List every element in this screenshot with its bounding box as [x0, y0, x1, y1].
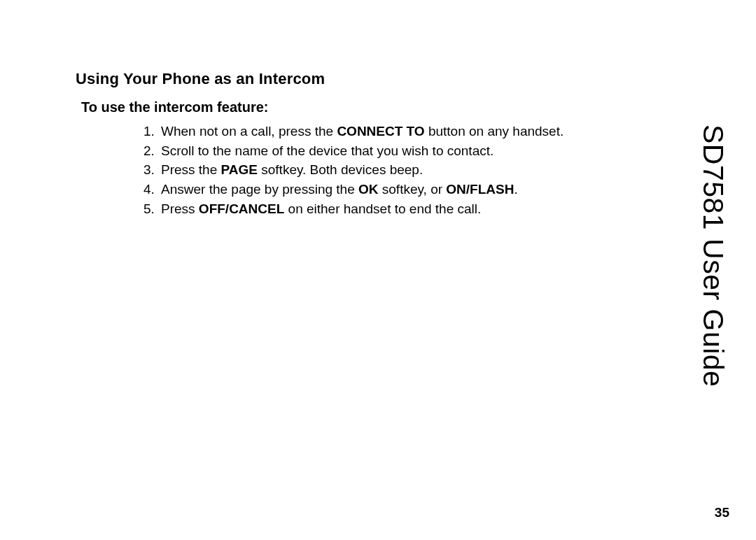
- step-text: button on any handset.: [425, 124, 564, 138]
- document-title-vertical: SD7581 User Guide: [696, 125, 729, 387]
- step-text: softkey, or: [379, 182, 447, 197]
- list-item: Answer the page by pressing the OK softk…: [158, 180, 622, 200]
- page: Using Your Phone as an Intercom To use t…: [0, 0, 756, 540]
- step-bold: PAGE: [221, 162, 258, 177]
- step-text: Press the: [161, 162, 221, 177]
- list-item: Press OFF/CANCEL on either handset to en…: [158, 200, 622, 220]
- list-item: When not on a call, press the CONNECT TO…: [158, 122, 622, 142]
- step-bold: OK: [358, 182, 379, 197]
- step-text: softkey. Both devices beep.: [258, 162, 423, 177]
- steps-list: When not on a call, press the CONNECT TO…: [109, 122, 622, 219]
- step-text: Answer the page by pressing the: [161, 182, 358, 197]
- sub-heading: To use the intercom feature:: [81, 99, 622, 115]
- main-content: Using Your Phone as an Intercom To use t…: [76, 70, 622, 219]
- step-text: on either handset to end the call.: [284, 201, 481, 216]
- step-bold: OFF/CANCEL: [199, 201, 284, 216]
- page-number: 35: [715, 505, 729, 520]
- step-text: Scroll to the name of the device that yo…: [161, 143, 493, 158]
- step-text: When not on a call, press the: [161, 124, 337, 138]
- section-heading: Using Your Phone as an Intercom: [76, 70, 622, 88]
- step-bold: CONNECT TO: [337, 124, 424, 138]
- list-item: Press the PAGE softkey. Both devices bee…: [158, 161, 622, 180]
- step-text: Press: [161, 201, 199, 216]
- list-item: Scroll to the name of the device that yo…: [158, 142, 622, 162]
- step-bold: ON/FLASH: [446, 182, 514, 197]
- step-text: .: [514, 182, 517, 197]
